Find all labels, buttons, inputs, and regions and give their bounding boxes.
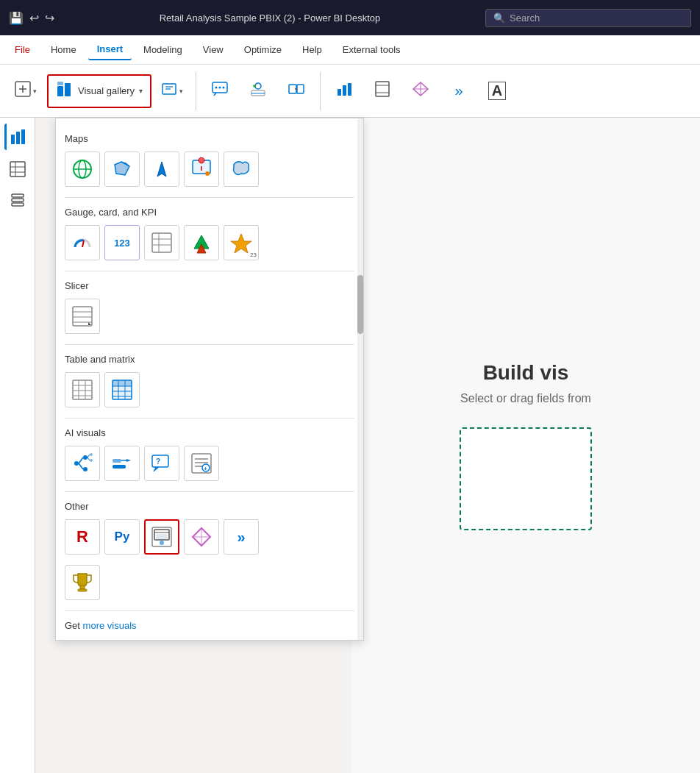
- button-widget-button[interactable]: [240, 77, 276, 104]
- bar-chart-button[interactable]: [326, 77, 362, 104]
- build-vis-title: Build vis: [483, 361, 569, 385]
- r-visual[interactable]: R: [65, 519, 100, 555]
- svg-point-40: [205, 171, 210, 176]
- key-influencers-visual[interactable]: [104, 446, 140, 481]
- visual-gallery-chevron: ▾: [139, 87, 143, 95]
- scrollbar-thumb[interactable]: [357, 275, 363, 334]
- svg-point-13: [255, 83, 261, 89]
- section-label-gauge: Gauge, card, and KPI: [65, 207, 354, 218]
- svg-point-68: [83, 455, 88, 460]
- kpi-visual[interactable]: [184, 225, 219, 260]
- svg-rect-20: [343, 85, 346, 96]
- fabric-button[interactable]: [403, 77, 438, 104]
- svg-text:?: ?: [156, 457, 160, 466]
- python-visual[interactable]: Py: [104, 519, 140, 555]
- navigation-visual[interactable]: [144, 152, 179, 187]
- choropleth-visual[interactable]: [104, 152, 140, 187]
- decomp-tree-visual[interactable]: [65, 446, 100, 481]
- sidebar-icon-layers[interactable]: [4, 188, 31, 215]
- visual-gallery-label: Visual gallery: [78, 85, 135, 96]
- table-visual[interactable]: [65, 372, 100, 407]
- text-chevron: ▾: [179, 88, 183, 95]
- save-icon[interactable]: 💾: [9, 11, 24, 25]
- shapes-icon: [288, 80, 305, 101]
- comment-button[interactable]: [202, 77, 238, 104]
- svg-point-67: [74, 461, 79, 466]
- qa-visual[interactable]: ?: [144, 446, 179, 481]
- chevron-button[interactable]: »: [441, 79, 476, 102]
- svg-marker-38: [157, 162, 166, 177]
- svg-rect-33: [12, 203, 24, 206]
- ai-icon-row: ? +: [65, 446, 354, 481]
- text-format-button[interactable]: A: [479, 79, 515, 103]
- svg-rect-21: [348, 83, 351, 96]
- matrix-visual[interactable]: [104, 372, 140, 407]
- redo-icon[interactable]: ↪: [45, 11, 54, 25]
- shapes-button[interactable]: [279, 77, 314, 104]
- search-box[interactable]: 🔍 Search: [485, 9, 691, 27]
- svg-marker-48: [231, 234, 251, 253]
- visual-gallery-button[interactable]: Visual gallery ▾: [47, 74, 151, 108]
- slicer-icon-row: [65, 299, 354, 334]
- slicer-visual[interactable]: [65, 299, 100, 334]
- multi-row-visual[interactable]: [144, 225, 179, 260]
- divider-4: [65, 418, 354, 418]
- svg-line-41: [82, 241, 84, 247]
- menu-item-help[interactable]: Help: [293, 40, 331, 60]
- dropdown-content: Maps: [56, 118, 363, 640]
- fabric-visual[interactable]: [184, 519, 219, 555]
- pin-map-visual[interactable]: [184, 152, 219, 187]
- shape-map-visual[interactable]: [224, 152, 259, 187]
- new-visual-chevron: ▾: [33, 88, 37, 95]
- new-visual-button[interactable]: ▾: [6, 77, 44, 105]
- gauge-visual[interactable]: [65, 225, 100, 260]
- search-icon: 🔍: [493, 13, 505, 24]
- menu-bar: File Home Insert Modeling View Optimize …: [0, 35, 700, 65]
- sidebar-icon-table[interactable]: [4, 156, 31, 182]
- text-box-icon: [160, 80, 178, 101]
- power-automate-visual[interactable]: [144, 519, 179, 555]
- button-widget-icon: [249, 80, 267, 101]
- trophy-visual[interactable]: [65, 565, 100, 600]
- svg-rect-27: [21, 129, 25, 144]
- get-more-label-link[interactable]: more visuals: [83, 620, 137, 631]
- menu-item-external-tools[interactable]: External tools: [334, 40, 410, 60]
- text-box-button[interactable]: ▾: [154, 77, 190, 104]
- app-title: Retail Analysis Sample PBIX (2) - Power …: [62, 13, 478, 24]
- svg-line-74: [88, 455, 90, 457]
- menu-item-insert[interactable]: Insert: [88, 39, 132, 60]
- svg-point-69: [83, 467, 88, 471]
- sidebar-icon-bar-chart[interactable]: [4, 124, 31, 150]
- menu-item-file[interactable]: File: [6, 40, 39, 60]
- content-area: Build vis Select or drag fields from: [351, 118, 700, 773]
- page-layout-button[interactable]: [365, 77, 400, 104]
- svg-rect-19: [338, 89, 341, 96]
- menu-item-optimize[interactable]: Optimize: [235, 40, 290, 60]
- divider-5: [65, 491, 354, 492]
- bar-chart-icon: [335, 80, 353, 101]
- svg-rect-4: [65, 83, 71, 96]
- scrollbar-track[interactable]: [357, 118, 363, 640]
- svg-rect-92: [156, 534, 168, 539]
- card-visual[interactable]: 123: [104, 225, 140, 260]
- undo-icon[interactable]: ↩: [29, 11, 39, 25]
- smart-narrative-visual2[interactable]: +: [184, 446, 219, 481]
- svg-line-70: [79, 457, 83, 463]
- more-visuals-chevron[interactable]: »: [224, 519, 259, 555]
- svg-rect-5: [57, 82, 63, 85]
- svg-point-12: [223, 87, 225, 89]
- svg-rect-28: [10, 162, 25, 177]
- menu-item-view[interactable]: View: [194, 40, 232, 60]
- svg-rect-77: [113, 465, 126, 469]
- svg-line-71: [79, 463, 83, 469]
- smart-narrative-visual[interactable]: 23: [224, 225, 259, 260]
- get-more-label-start: Get: [65, 620, 83, 631]
- svg-point-91: [160, 541, 164, 545]
- svg-rect-22: [376, 82, 389, 96]
- svg-rect-25: [11, 135, 15, 144]
- menu-item-home[interactable]: Home: [42, 40, 85, 60]
- get-more-visuals[interactable]: Get more visuals: [65, 620, 354, 631]
- menu-item-modeling[interactable]: Modeling: [135, 40, 191, 60]
- svg-point-73: [90, 459, 93, 462]
- globe-visual[interactable]: [65, 152, 100, 187]
